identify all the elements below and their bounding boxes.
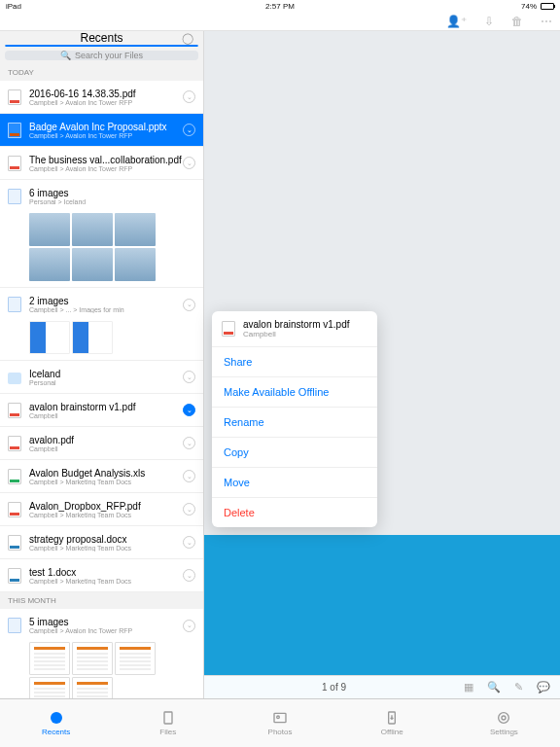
list-item[interactable]: test 1.docxCampbell > Marketing Team Doc… — [0, 559, 203, 592]
svg-point-5 — [502, 716, 506, 720]
status-bar: iPad 2:57 PM 74% — [0, 0, 560, 12]
tab-recents[interactable]: Recents — [0, 699, 112, 747]
list-item[interactable]: strategy proposal.docxCampbell > Marketi… — [0, 526, 203, 559]
list-item[interactable]: Badge Avalon Inc Proposal.pptxCampbell >… — [0, 114, 203, 147]
comment-icon[interactable]: 💬 — [537, 681, 550, 694]
sheet-file-path: Campbell — [243, 330, 350, 338]
action-share[interactable]: Share — [212, 347, 377, 377]
list-item[interactable]: 6 imagesPersonal > Iceland — [0, 180, 203, 213]
list-item[interactable]: Avalon_Dropbox_RFP.pdfCampbell > Marketi… — [0, 493, 203, 526]
chevron-down-icon[interactable]: ⌄ — [183, 404, 195, 416]
section-this-month: THIS MONTH — [0, 592, 203, 609]
edit-icon[interactable]: ✎ — [514, 681, 523, 694]
xls-icon — [8, 469, 21, 484]
page-indicator-bar: 1 of 9 ▦ 🔍 ✎ 💬 — [204, 675, 560, 698]
chevron-down-icon[interactable]: ⌄ — [183, 371, 195, 383]
image-thumbnails[interactable] — [0, 642, 203, 698]
chevron-down-icon[interactable]: ⌄ — [183, 437, 195, 449]
action-sheet: avalon brainstorm v1.pdf Campbell Share … — [212, 311, 377, 527]
chevron-down-icon[interactable]: ⌄ — [183, 124, 195, 136]
image-icon — [8, 189, 21, 204]
image-thumbnails[interactable] — [0, 321, 203, 361]
section-today: TODAY — [0, 64, 203, 81]
tab-settings[interactable]: Settings — [448, 699, 560, 747]
clock: 2:57 PM — [265, 2, 295, 11]
pdf-icon — [8, 403, 21, 418]
battery-pct: 74% — [521, 2, 537, 11]
trash-icon[interactable]: 🗑 — [511, 15, 523, 28]
battery-icon — [541, 3, 554, 10]
search-input[interactable]: 🔍 Search your Files — [5, 51, 198, 60]
svg-point-6 — [499, 713, 509, 724]
image-icon — [8, 297, 21, 312]
pdf-icon — [8, 502, 21, 517]
list-item[interactable]: 5 imagesCampbell > Avalon Inc Tower RFP⌄ — [0, 609, 203, 642]
download-icon[interactable]: ⇩ — [484, 15, 494, 28]
list-item[interactable]: avalon.pdfCampbell⌄ — [0, 427, 203, 460]
grid-view-icon[interactable]: ▦ — [464, 681, 473, 694]
list-item[interactable]: The business val...collaboration.pdfCamp… — [0, 147, 203, 180]
chevron-down-icon[interactable]: ⌄ — [183, 620, 195, 632]
more-icon[interactable]: ⋯ — [541, 15, 552, 28]
chevron-down-icon[interactable]: ⌄ — [183, 569, 195, 582]
tab-files[interactable]: Files — [112, 699, 224, 747]
list-item[interactable]: avalon brainstorm v1.pdfCampbell⌄ — [0, 394, 203, 427]
sheet-file-name: avalon brainstorm v1.pdf — [243, 319, 350, 330]
action-move[interactable]: Move — [212, 468, 377, 498]
chevron-down-icon[interactable]: ⌄ — [183, 157, 195, 169]
docx-icon — [8, 535, 21, 551]
device-label: iPad — [6, 2, 21, 11]
svg-point-3 — [277, 716, 280, 719]
segment-control[interactable]: All Personal Campbell — [5, 45, 198, 47]
add-person-icon[interactable]: 👤⁺ — [446, 15, 467, 28]
page-indicator: 1 of 9 — [204, 682, 464, 693]
pdf-icon — [8, 156, 21, 171]
chevron-down-icon[interactable]: ⌄ — [183, 536, 195, 549]
action-rename[interactable]: Rename — [212, 408, 377, 438]
sidebar-title: Recents — [80, 31, 122, 45]
svg-rect-1 — [164, 712, 172, 724]
tab-bar: Recents Files Photos Offline Settings — [0, 698, 560, 747]
list-item[interactable]: Avalon Budget Analysis.xlsCampbell > Mar… — [0, 460, 203, 493]
docx-icon — [8, 568, 21, 584]
chevron-down-icon[interactable]: ⌄ — [183, 299, 195, 311]
chevron-down-icon[interactable]: ⌄ — [183, 90, 195, 103]
pdf-icon — [8, 89, 21, 105]
pdf-icon — [8, 436, 21, 451]
list-item[interactable]: 2016-06-16 14.38.35.pdfCampbell > Avalon… — [0, 81, 203, 114]
toolbar: 👤⁺ ⇩ 🗑 ⋯ — [0, 12, 560, 31]
pdf-icon — [222, 321, 235, 337]
chevron-down-icon[interactable]: ⌄ — [183, 470, 195, 482]
chevron-down-icon[interactable]: ⌄ — [183, 503, 195, 516]
action-copy[interactable]: Copy — [212, 438, 377, 468]
tab-photos[interactable]: Photos — [224, 699, 335, 747]
action-offline[interactable]: Make Available Offline — [212, 377, 377, 408]
pptx-icon — [8, 123, 21, 138]
preview-content — [204, 535, 560, 698]
list-item[interactable]: 2 imagesCampbell > ... > Images for min⌄ — [0, 288, 203, 321]
notifications-icon[interactable]: ◯ — [182, 32, 193, 45]
image-icon — [8, 618, 21, 633]
svg-point-0 — [51, 712, 62, 724]
search-icon: 🔍 — [60, 51, 71, 60]
search-icon[interactable]: 🔍 — [487, 681, 501, 694]
image-thumbnails[interactable] — [0, 213, 203, 288]
sidebar: Recents ◯ All Personal Campbell 🔍 Search… — [0, 31, 204, 698]
folder-icon — [8, 373, 21, 384]
action-delete[interactable]: Delete — [212, 498, 377, 527]
list-item[interactable]: IcelandPersonal⌄ — [0, 361, 203, 394]
tab-offline[interactable]: Offline — [336, 699, 448, 747]
svg-rect-2 — [274, 713, 286, 722]
